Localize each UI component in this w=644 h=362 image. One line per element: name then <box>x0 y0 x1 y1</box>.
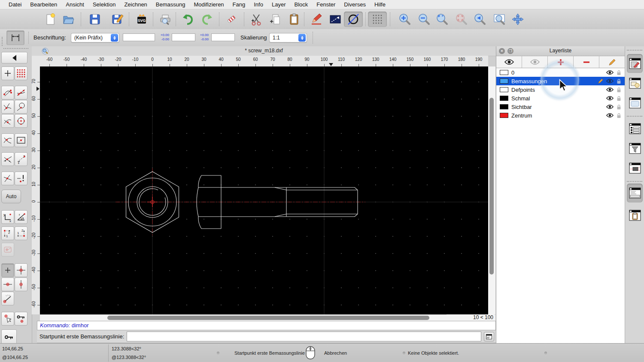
menu-fenster[interactable]: Fenster <box>312 0 340 9</box>
restrict-vertical-button[interactable] <box>15 278 27 291</box>
toggle-library-browser-button[interactable] <box>627 94 643 112</box>
layer-visibility-icon[interactable] <box>606 78 614 84</box>
layer-visibility-icon[interactable] <box>606 96 614 101</box>
snap-intersection-manual-button[interactable] <box>1 172 14 185</box>
layer-row-Bemassungen[interactable]: Bemassungen <box>496 77 625 85</box>
layer-visibility-icon[interactable] <box>606 87 614 92</box>
layer-row-Zentrum[interactable]: Zentrum <box>496 111 625 120</box>
command-history-toggle-button[interactable] <box>484 332 494 341</box>
toggle-selection-filter-button[interactable] <box>627 139 643 158</box>
toggle-layer-list-button[interactable] <box>627 54 643 73</box>
layer-visibility-icon[interactable] <box>606 113 614 118</box>
snap-center-button[interactable] <box>15 114 27 128</box>
prefix-dropdown[interactable]: (Kein Präfix) <box>71 33 119 42</box>
layer-visibility-icon[interactable] <box>606 70 614 75</box>
upper-tolerance-field[interactable] <box>172 33 195 41</box>
draft-mode-button[interactable] <box>344 12 363 27</box>
snap-distance-button[interactable]: 12 <box>15 152 27 166</box>
toggle-clipboard-panel-button[interactable] <box>627 206 643 225</box>
edit-layer-button[interactable] <box>599 56 625 68</box>
layer-lock-icon[interactable] <box>617 96 621 101</box>
grid-toggle-button[interactable] <box>368 12 387 27</box>
snap-endpoints-button[interactable] <box>1 86 14 100</box>
open-file-button[interactable] <box>60 12 76 27</box>
paste-button[interactable] <box>286 12 302 27</box>
add-layer-button[interactable] <box>548 56 574 68</box>
snap-auto-intersection-button[interactable] <box>1 152 14 166</box>
snap-unsupported-button[interactable] <box>15 172 27 185</box>
hide-all-layers-button[interactable] <box>522 56 548 68</box>
command-input[interactable] <box>127 332 481 341</box>
scale-dropdown[interactable]: 1:1 <box>269 33 307 42</box>
layer-lock-icon[interactable] <box>617 87 621 93</box>
snap-perpendicular-button[interactable] <box>1 100 14 114</box>
zoom-selection-button[interactable] <box>453 12 470 27</box>
toggle-command-line-button[interactable] <box>627 184 643 202</box>
horizontal-scrollbar[interactable] <box>40 314 495 321</box>
snap-intersection-button[interactable] <box>1 133 14 147</box>
snap-free-button[interactable] <box>1 66 14 80</box>
undo-button[interactable] <box>179 12 196 27</box>
lock-relative-zero-button[interactable] <box>15 312 27 326</box>
zoom-in-button[interactable] <box>397 12 413 27</box>
snap-tangent-button[interactable] <box>15 100 27 114</box>
auto-zoom-button[interactable] <box>434 12 450 27</box>
zoom-window-button[interactable] <box>491 12 507 27</box>
svg-export-button[interactable]: SVG <box>134 12 150 27</box>
layer-visibility-icon[interactable] <box>606 104 614 109</box>
snap-reference-button[interactable] <box>15 133 27 147</box>
vertical-scrollbar[interactable] <box>488 66 495 314</box>
menu-datei[interactable]: Datei <box>4 0 26 9</box>
lower-tolerance-field[interactable] <box>211 33 235 41</box>
layer-lock-icon[interactable] <box>617 70 621 75</box>
back-button[interactable] <box>1 52 27 63</box>
horizontal-scrollbar-thumb[interactable] <box>107 316 429 320</box>
relative-cartesian-button[interactable]: 12 <box>1 226 14 240</box>
layer-lock-icon[interactable] <box>617 104 621 110</box>
draw-pencil-button[interactable] <box>308 12 325 27</box>
snap-auto-button[interactable]: Auto <box>1 190 21 203</box>
menu-layer[interactable]: Layer <box>267 0 290 9</box>
copy-button[interactable] <box>267 12 283 27</box>
redo-button[interactable] <box>199 12 216 27</box>
menu-bemassung[interactable]: Bemassung <box>152 0 190 9</box>
layer-row-Schmal[interactable]: Schmal <box>496 94 625 103</box>
new-file-button[interactable] <box>42 12 58 27</box>
menu-info[interactable]: Info <box>249 0 267 9</box>
menu-fang[interactable]: Fang <box>228 0 250 9</box>
remove-layer-button[interactable] <box>574 56 599 68</box>
menu-block[interactable]: Block <box>290 0 312 9</box>
toggle-view-options-button[interactable] <box>627 159 643 178</box>
show-all-layers-button[interactable] <box>496 56 522 68</box>
set-relative-zero-button[interactable] <box>1 312 14 326</box>
relative-zero-lock-button[interactable] <box>1 329 17 344</box>
label-text-field[interactable] <box>123 33 155 41</box>
snap-on-entity-button[interactable] <box>15 86 27 100</box>
drawing-canvas[interactable] <box>40 66 488 314</box>
document-tab-bar[interactable]: * screw_m18.dxf <box>32 46 496 56</box>
menu-bearbeiten[interactable]: Bearbeiten <box>26 0 61 9</box>
restriction-info-button[interactable] <box>1 243 14 256</box>
restrict-horizontal-button[interactable] <box>1 278 14 291</box>
vertical-scrollbar-thumb[interactable] <box>489 98 494 275</box>
zoom-out-button[interactable] <box>416 12 432 27</box>
cut-button[interactable] <box>248 12 264 27</box>
menu-ansicht[interactable]: Ansicht <box>61 0 88 9</box>
toggle-block-list-button[interactable] <box>627 74 643 93</box>
toggle-property-editor-button[interactable] <box>627 119 643 138</box>
dimension-tool-button[interactable] <box>6 30 24 45</box>
menu-selektion[interactable]: Selektion <box>88 0 120 9</box>
coordinate-cartesian-button[interactable]: yx <box>1 210 14 224</box>
previous-view-button[interactable] <box>472 12 488 27</box>
snap-grid-button[interactable] <box>15 66 27 80</box>
snap-middle-button[interactable] <box>1 114 14 128</box>
restrict-orthogonal-button[interactable] <box>15 263 27 277</box>
eraser-button[interactable] <box>223 12 240 27</box>
layer-row-Sichtbar[interactable]: Sichtbar <box>496 103 625 111</box>
menu-hilfe[interactable]: Hilfe <box>370 0 390 9</box>
save-button[interactable] <box>87 12 103 27</box>
restrict-none-button[interactable] <box>1 263 14 277</box>
menu-modifizieren[interactable]: Modifizieren <box>190 0 228 9</box>
selection-tool-button[interactable] <box>327 12 343 27</box>
menu-diverses[interactable]: Diverses <box>340 0 370 9</box>
